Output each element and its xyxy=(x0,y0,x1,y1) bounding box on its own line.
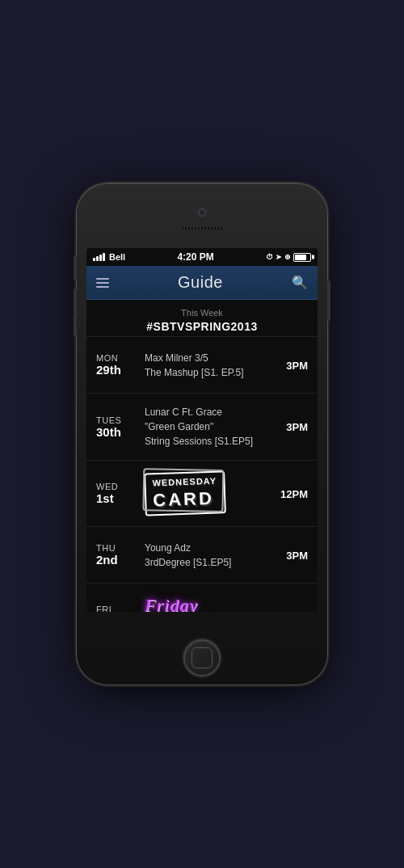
phone-body: Bell 4:20 PM ⏱ ➤ ⊕ Guide 🔍 xyxy=(77,183,327,685)
menu-button[interactable] xyxy=(96,278,109,288)
week-hashtag: #SBTVSPRING2013 xyxy=(86,320,318,333)
time-col-mon: 3PM xyxy=(276,358,308,373)
day-col-fri: FRI 3rd xyxy=(96,605,137,612)
content-col-mon: Max Milner 3/5The Mashup [S1. EP.5] xyxy=(137,351,276,380)
lock-icon: ⊕ xyxy=(284,253,291,261)
week-header: This Week #SBTVSPRING2013 xyxy=(86,300,318,336)
search-icon[interactable]: 🔍 xyxy=(292,275,308,290)
wednesday-card-logo: WEDNESDAY CARD xyxy=(144,470,225,516)
day-name-wed: WED xyxy=(96,482,137,491)
content-col-tues: Lunar C Ft. Grace"Green Garden"String Se… xyxy=(137,405,276,449)
home-button-inner xyxy=(191,647,213,668)
battery-fill xyxy=(295,255,306,260)
time-col-thu: 3PM xyxy=(276,548,308,563)
camera-icon xyxy=(199,209,205,216)
show-time-tues: 3PM xyxy=(286,421,308,433)
schedule-item-thu[interactable]: THU 2nd Young Adz3rdDegree [S1.EP5] 3PM xyxy=(86,526,318,583)
status-bar: Bell 4:20 PM ⏱ ➤ ⊕ xyxy=(86,248,318,266)
wednesday-card-main: CARD xyxy=(153,488,217,512)
friday-feeling-logo: Friday Feeling! xyxy=(145,595,212,612)
show-time-mon: 3PM xyxy=(286,360,308,372)
time-col-fri: 12PM xyxy=(276,609,308,612)
day-col-tues: TUES 30th xyxy=(96,415,137,439)
content-area: This Week #SBTVSPRING2013 MON 29th Max M… xyxy=(86,300,318,612)
time-col-tues: 3PM xyxy=(276,419,308,434)
day-name-tues: TUES xyxy=(96,415,137,425)
wednesday-card-text: WEDNESDAY xyxy=(152,476,217,489)
schedule-item-tues[interactable]: TUES 30th Lunar C Ft. Grace"Green Garden… xyxy=(86,393,318,460)
phone-wrapper: Bell 4:20 PM ⏱ ➤ ⊕ Guide 🔍 xyxy=(0,0,404,868)
speaker xyxy=(182,227,222,230)
content-col-thu: Young Adz3rdDegree [S1.EP5] xyxy=(137,541,276,570)
show-time-wed: 12PM xyxy=(280,488,308,500)
location-icon: ➤ xyxy=(276,253,282,261)
content-col-wed: WEDNESDAY CARD xyxy=(137,472,276,515)
day-name-mon: MON xyxy=(96,353,137,363)
home-button[interactable] xyxy=(185,641,219,675)
day-num-mon: 29th xyxy=(96,363,137,377)
day-num-thu: 2nd xyxy=(96,553,137,567)
status-right: ⏱ ➤ ⊕ xyxy=(266,253,311,262)
day-num-wed: 1st xyxy=(96,491,137,505)
show-title-mon: Max Milner 3/5The Mashup [S1. EP.5] xyxy=(145,351,267,380)
show-time-thu: 3PM xyxy=(286,550,308,562)
day-col-wed: WED 1st xyxy=(96,482,137,505)
battery-icon xyxy=(293,253,311,262)
day-col-thu: THU 2nd xyxy=(96,543,137,567)
nav-title: Guide xyxy=(178,273,223,292)
day-num-tues: 30th xyxy=(96,425,137,439)
status-time: 4:20 PM xyxy=(177,251,213,263)
signal-bars-icon xyxy=(93,253,105,261)
nav-bar: Guide 🔍 xyxy=(86,266,318,300)
screen: Bell 4:20 PM ⏱ ➤ ⊕ Guide 🔍 xyxy=(86,248,318,612)
schedule-item-mon[interactable]: MON 29th Max Milner 3/5The Mashup [S1. E… xyxy=(86,336,318,393)
show-time-fri: 12PM xyxy=(280,610,308,612)
schedule-item-wed[interactable]: WED 1st WEDNESDAY CARD 12PM xyxy=(86,460,318,526)
schedule-item-fri[interactable]: FRI 3rd Friday Feeling! 12PM xyxy=(86,583,318,612)
carrier-name: Bell xyxy=(109,252,125,262)
show-title-tues: Lunar C Ft. Grace"Green Garden"String Se… xyxy=(145,405,267,449)
day-col-mon: MON 29th xyxy=(96,353,137,377)
status-left: Bell xyxy=(93,252,125,262)
day-name-thu: THU xyxy=(96,543,137,553)
clock-icon: ⏱ xyxy=(266,253,273,261)
content-col-fri: Friday Feeling! xyxy=(137,595,276,612)
time-col-wed: 12PM xyxy=(276,487,308,501)
day-name-fri: FRI xyxy=(96,605,137,612)
show-title-thu: Young Adz3rdDegree [S1.EP5] xyxy=(145,541,267,570)
week-label: This Week xyxy=(86,308,318,318)
